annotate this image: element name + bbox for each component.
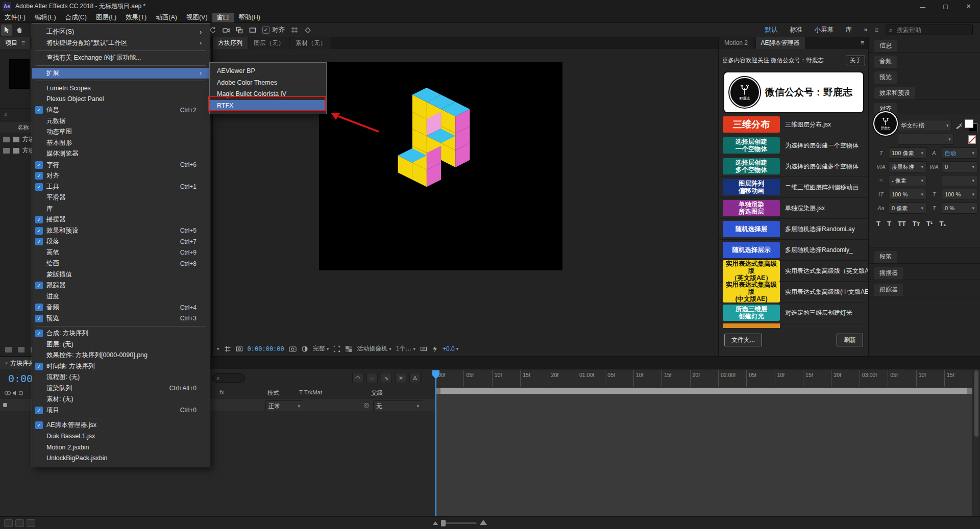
window-menu-item[interactable]: ✓ 图层: (无) › (32, 339, 210, 350)
window-menu-item[interactable]: ✓ 素材: (无) › (32, 394, 210, 405)
window-menu-item[interactable]: ✓ 媒体浏览器 › (32, 148, 210, 160)
menubar-item[interactable]: 文件(F) (0, 13, 30, 22)
refresh-button[interactable]: 刷新 (837, 334, 863, 346)
window-menu-item[interactable]: ✓ 扩展 › (32, 68, 210, 79)
window-menu-item[interactable]: ✓ 渲染队列 Ctrl+Alt+0 › (32, 383, 210, 394)
window-menu-item[interactable]: ✓ AE脚本管理器.jsx › (32, 420, 210, 431)
workspace-item[interactable]: 小屏幕 (815, 26, 834, 33)
composition-mini-flowchart-icon[interactable]: ◠ (352, 373, 363, 383)
expand-inout-controls-icon[interactable] (27, 519, 35, 527)
pan-behind-tool-icon[interactable] (234, 24, 245, 36)
setting-value-dropdown[interactable]: 100 %▾ (942, 189, 977, 200)
comp-tab[interactable]: 图层（无） (249, 37, 289, 49)
window-menu-item[interactable]: ✓ 跟踪器 › (32, 280, 210, 291)
script-run-button[interactable]: 单独渲染 所选图层 (723, 200, 780, 216)
window-menu-item[interactable]: ✓ › (36, 418, 206, 418)
window-menu-item[interactable]: ✓ 工作区(S) › (32, 27, 210, 38)
mode-column-label[interactable]: 模式 (267, 389, 279, 397)
close-button[interactable]: ✕ (957, 0, 980, 13)
window-menu-item[interactable]: ✓ Plexus Object Panel › (32, 94, 210, 105)
eyedropper-icon[interactable] (956, 122, 962, 129)
extensions-submenu-item[interactable]: AEViewer BP (210, 65, 326, 77)
type-style-toggle[interactable]: T¹ (926, 220, 933, 228)
script-panel-tab[interactable]: Motion 2 (719, 37, 753, 49)
interpret-footage-icon[interactable] (5, 347, 12, 352)
exposure-value[interactable]: +0.0▾ (443, 345, 458, 352)
track-area[interactable] (435, 394, 972, 516)
workspace-item[interactable]: » (864, 26, 867, 33)
window-menu-item[interactable]: ✓ 蒙版插值 › (32, 269, 210, 281)
work-area-bar[interactable] (435, 388, 972, 394)
menubar-item[interactable]: 编辑(E) (30, 13, 61, 22)
maximize-button[interactable]: ▢ (934, 0, 957, 13)
workspace-item[interactable]: 默认 (765, 26, 778, 33)
show-channel-icon[interactable] (301, 345, 308, 352)
setting-value-dropdown[interactable]: 0▾ (942, 161, 977, 172)
expand-transfer-controls-icon[interactable] (15, 519, 24, 527)
comp-tab[interactable]: 方块序列 (213, 37, 248, 49)
frame-blending-icon[interactable]: ∿ (381, 373, 392, 383)
window-menu-item[interactable]: ✓ Duik Bassel.1.jsx › (32, 431, 210, 442)
dock-panel-header[interactable]: 摇摆器 (869, 264, 980, 280)
window-menu-item[interactable]: ✓ 进度 › (32, 291, 210, 303)
timeline-search[interactable]: ⌕ (212, 373, 245, 383)
window-menu-item[interactable]: ✓ 绘画 Ctrl+8 › (32, 258, 210, 269)
script-run-button[interactable]: 所选三维层 创建灯光 (723, 305, 780, 321)
panel-menu-icon[interactable]: ≡ (21, 39, 25, 46)
timeline-zoom-slider[interactable] (443, 522, 477, 524)
zoom-out-mountain-icon[interactable] (433, 521, 438, 525)
type-style-toggle[interactable]: T (887, 220, 891, 228)
setting-value-dropdown[interactable]: 0 %▾ (942, 203, 977, 214)
snap-toggle[interactable]: ✓ 对齐 (262, 26, 285, 34)
panel-menu-icon[interactable]: ≡ (861, 39, 864, 46)
script-run-button[interactable]: 选择层创建 一个空物体 (723, 137, 780, 154)
window-menu-item[interactable]: ✓ › (36, 51, 206, 51)
setting-value-dropdown[interactable]: 100 像素▾ (889, 147, 926, 159)
font-style-dropdown[interactable]: ▾ (898, 134, 954, 145)
dock-panel-header[interactable]: 跟踪器 (869, 280, 980, 296)
minimize-button[interactable]: — (911, 0, 934, 13)
window-menu-item[interactable]: ✓ 字符 Ctrl+6 › (32, 160, 210, 171)
comp-timecode[interactable]: 0:00:00:00 (248, 345, 284, 352)
workspace-menu-icon[interactable]: ≡ (874, 27, 878, 34)
expand-layer-switches-icon[interactable] (4, 519, 13, 527)
extensions-submenu-item[interactable]: Adobe Color Themes (210, 77, 326, 89)
setting-value-dropdown[interactable]: 度量标准▾ (889, 161, 926, 172)
script-run-button[interactable]: 实用表达式集高级版 （英文版AE） (723, 260, 780, 282)
window-menu-item[interactable]: ✓ Motion 2.jsxbin › (32, 442, 210, 453)
dock-panel-header[interactable]: 预览 (869, 68, 980, 84)
graph-editor-icon[interactable]: ∆ (409, 373, 421, 383)
menubar-item[interactable]: 合成(C) (61, 13, 91, 22)
layer-visibility-icon[interactable] (3, 403, 7, 407)
dock-panel-header[interactable]: 段落 (869, 247, 980, 264)
menubar-item[interactable]: 动画(A) (151, 13, 182, 22)
menubar-item[interactable]: 图层(L) (91, 13, 121, 22)
parent-column-label[interactable]: 父级 (371, 389, 383, 397)
menubar-item[interactable]: 窗口 (212, 13, 234, 22)
timeline-vertical-scrollbar[interactable] (974, 370, 979, 516)
script-run-button[interactable]: 三维分布 (723, 116, 780, 133)
window-menu-item[interactable]: ✓ 基本图形 › (32, 138, 210, 149)
shy-layers-icon[interactable]: ◌ (366, 373, 378, 383)
setting-value-dropdown[interactable]: 自动▾ (942, 147, 977, 159)
window-menu-item[interactable]: ✓ › (36, 81, 206, 81)
dock-panel-header[interactable]: 信息 (869, 37, 980, 53)
blend-mode-dropdown[interactable]: 正常▾ (265, 400, 303, 412)
trkmat-column-label[interactable]: T TrkMat (299, 389, 322, 395)
window-menu-item[interactable]: ✓ 时间轴: 方块序列 › (32, 361, 210, 372)
parent-pickwhip-icon[interactable]: ◎ (363, 401, 369, 409)
script-panel-tab[interactable]: AE脚本管理器 (756, 37, 805, 49)
view-layout-dropdown[interactable]: 1个…▾ (396, 344, 415, 353)
workspace-item[interactable]: 标准 (790, 26, 802, 33)
dock-panel-header[interactable]: 音频 (869, 53, 980, 68)
menubar-item[interactable]: 视图(V) (182, 13, 212, 22)
script-run-button[interactable]: 随机选择层示 (723, 242, 780, 258)
fast-previews-icon[interactable] (432, 345, 438, 352)
window-menu-item[interactable]: ✓ 摇摆器 › (32, 214, 210, 225)
window-menu-item[interactable]: ✓ 音频 Ctrl+4 › (32, 302, 210, 313)
help-search-input[interactable] (896, 26, 969, 34)
font-family-dropdown[interactable]: 华文行楷▾ (898, 120, 952, 131)
window-menu-item[interactable]: ✓ 信息 Ctrl+2 › (32, 105, 210, 116)
close-tab-icon[interactable]: × (5, 361, 8, 366)
snap-option-diamond-icon[interactable] (302, 24, 313, 36)
